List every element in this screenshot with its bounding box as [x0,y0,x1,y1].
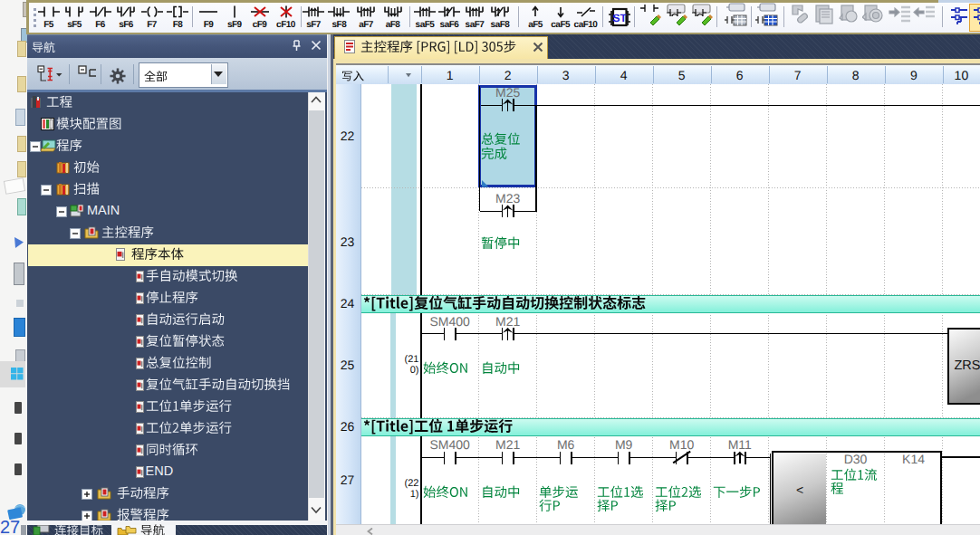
svg-text:ST: ST [613,12,628,24]
